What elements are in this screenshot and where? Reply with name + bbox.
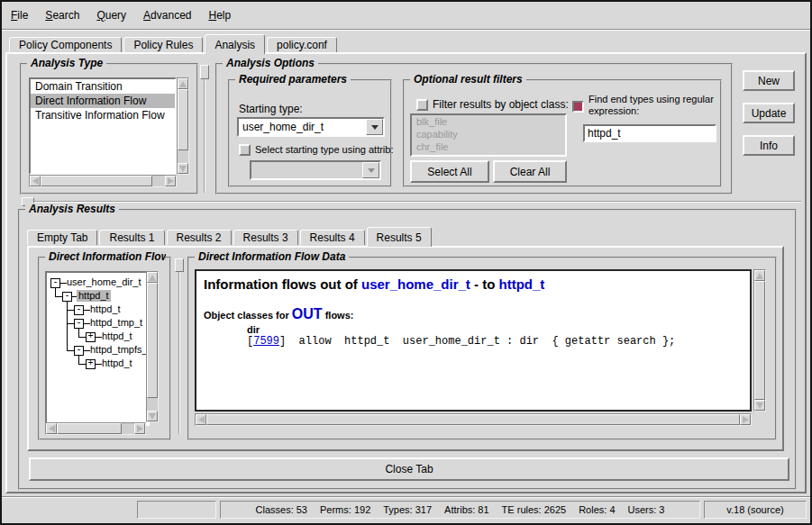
tree-expander-icon[interactable]: + xyxy=(86,332,96,342)
scroll-right-icon[interactable] xyxy=(134,423,145,434)
starting-type-combobox[interactable]: user_home_dir_t xyxy=(237,117,385,137)
regex-input[interactable] xyxy=(583,124,716,142)
tab-results-5[interactable]: Results 5 xyxy=(367,227,432,247)
object-class-text: dir xyxy=(247,324,743,335)
scrollbar-thumb[interactable] xyxy=(57,423,122,434)
scroll-up-icon[interactable] xyxy=(178,78,188,89)
tab-policy-rules[interactable]: Policy Rules xyxy=(123,37,203,52)
status-bar: Classes: 53 Perms: 192 Types: 317 Attrib… xyxy=(2,496,810,521)
tree-expander-icon[interactable]: + xyxy=(86,359,96,369)
attrib-checkbox[interactable] xyxy=(239,144,251,156)
analysis-type-vscrollbar[interactable] xyxy=(177,77,189,175)
object-class-listbox: blk_file capability chr_file xyxy=(410,113,567,157)
update-button[interactable]: Update xyxy=(743,103,795,123)
source-type-text: user_home_dir_t xyxy=(361,276,470,292)
analysis-main-panel: Analysis Type Domain Transition Direct I… xyxy=(5,52,807,493)
tab-results-4[interactable]: Results 4 xyxy=(300,230,365,245)
attrib-combobox xyxy=(250,160,381,180)
tree-expander-icon[interactable]: - xyxy=(62,292,72,302)
flow-tree-hscrollbar[interactable] xyxy=(45,422,146,435)
scrollbar-thumb[interactable] xyxy=(147,283,158,398)
menu-bar: File Search Query Advanced Help xyxy=(2,2,810,29)
flow-tree-title: Direct Information Flow Tree xyxy=(45,250,166,263)
results-content-panel: Direct Information Flow Tree xyxy=(27,246,784,451)
scroll-down-icon[interactable] xyxy=(178,163,188,174)
analysis-results-group: Analysis Results Empty Tab Results 1 Res… xyxy=(18,209,797,490)
flow-data-textarea[interactable]: Information flows out of user_home_dir_t… xyxy=(195,269,752,412)
scroll-left-icon[interactable] xyxy=(30,176,41,186)
tree-data-sash[interactable] xyxy=(175,258,184,272)
scrollbar-thumb[interactable] xyxy=(754,281,765,400)
scroll-left-icon[interactable] xyxy=(46,423,57,434)
tab-results-3[interactable]: Results 3 xyxy=(233,230,298,245)
status-version-panel: v.18 (source) xyxy=(704,501,807,519)
tab-empty[interactable]: Empty Tab xyxy=(27,230,97,245)
select-all-button[interactable]: Select All xyxy=(410,160,489,183)
list-item-capability: capability xyxy=(412,128,565,140)
scroll-up-icon[interactable] xyxy=(754,270,765,281)
menu-advanced[interactable]: Advanced xyxy=(143,9,191,22)
stat-classes: Classes: 53 xyxy=(256,504,307,515)
tree-expander-icon[interactable]: - xyxy=(74,346,84,356)
list-item-direct-information-flow[interactable]: Direct Information Flow xyxy=(31,94,175,108)
tree-node-label[interactable]: httpd_tmpfs_t xyxy=(88,344,150,356)
menu-help[interactable]: Help xyxy=(208,9,231,22)
tree-expander-icon[interactable]: - xyxy=(50,278,60,288)
flow-heading: Information flows out of user_home_dir_t… xyxy=(204,276,743,294)
menu-separator xyxy=(2,29,810,31)
stat-attribs: Attribs: 81 xyxy=(444,504,489,515)
tab-results-2[interactable]: Results 2 xyxy=(167,230,232,245)
menu-query[interactable]: Query xyxy=(96,9,126,22)
flow-subheading: Object classes for OUT flows: xyxy=(204,306,743,322)
tree-expander-icon[interactable]: - xyxy=(74,305,84,315)
rule-number-link[interactable]: 7599 xyxy=(253,335,279,348)
optional-result-filters-group: Optional result filters Filter results b… xyxy=(403,79,722,187)
scroll-right-icon[interactable] xyxy=(740,414,751,425)
flow-tree-vscrollbar[interactable] xyxy=(146,271,159,422)
scrollbar-thumb[interactable] xyxy=(206,414,740,425)
scroll-down-icon[interactable] xyxy=(147,411,158,421)
tab-results-1[interactable]: Results 1 xyxy=(99,230,164,245)
flow-direction-text: OUT xyxy=(292,306,323,321)
version-text: v.18 (source) xyxy=(726,504,783,515)
tab-analysis[interactable]: Analysis xyxy=(205,34,265,54)
tree-node-label[interactable]: user_home_dir_t xyxy=(65,276,143,288)
stat-perms: Perms: 192 xyxy=(320,504,370,515)
tree-node-label[interactable]: httpd_t xyxy=(100,330,134,342)
scrollbar-thumb[interactable] xyxy=(41,176,152,186)
tab-policy-components[interactable]: Policy Components xyxy=(9,37,122,52)
tree-node-label[interactable]: httpd_tmp_t xyxy=(88,317,144,329)
scroll-right-icon[interactable] xyxy=(165,176,176,186)
required-parameters-group: Required parameters Starting type: user_… xyxy=(228,79,392,187)
flow-data-vscrollbar[interactable] xyxy=(753,269,766,412)
starting-type-label: Starting type: xyxy=(239,103,303,115)
info-button[interactable]: Info xyxy=(743,135,795,156)
tree-node-label[interactable]: httpd_t xyxy=(88,303,123,315)
scrollbar-thumb[interactable] xyxy=(178,89,188,150)
status-left-panel xyxy=(137,501,216,519)
menu-file[interactable]: File xyxy=(11,9,28,22)
menu-search[interactable]: Search xyxy=(45,9,79,22)
list-item-transitive-information-flow[interactable]: Transitive Information Flow xyxy=(31,108,175,122)
starting-type-value[interactable]: user_home_dir_t xyxy=(239,119,366,135)
list-item-domain-transition[interactable]: Domain Transition xyxy=(31,79,175,94)
tab-policy-conf[interactable]: policy.conf xyxy=(267,37,337,52)
new-button[interactable]: New xyxy=(743,70,795,91)
results-tab-bar: Empty Tab Results 1 Results 2 Results 3 … xyxy=(27,227,433,245)
scroll-up-icon[interactable] xyxy=(147,272,158,283)
tree-node-label-selected[interactable]: httpd_t xyxy=(77,290,111,302)
close-tab-button[interactable]: Close Tab xyxy=(29,457,789,481)
scroll-down-icon[interactable] xyxy=(754,400,765,411)
dropdown-arrow-icon[interactable] xyxy=(366,119,383,135)
filter-by-object-class-checkbox[interactable] xyxy=(416,99,428,111)
tree-node-label[interactable]: httpd_t xyxy=(100,358,134,369)
target-type-text: httpd_t xyxy=(499,276,545,292)
tree-expander-icon[interactable]: - xyxy=(74,319,84,329)
scroll-left-icon[interactable] xyxy=(196,414,206,425)
flow-data-hscrollbar[interactable] xyxy=(195,413,752,426)
regex-checkbox[interactable] xyxy=(572,101,584,113)
clear-all-button[interactable]: Clear All xyxy=(493,160,567,183)
options-pane-sash[interactable] xyxy=(200,65,209,79)
analysis-type-hscrollbar[interactable] xyxy=(29,175,177,187)
stat-te-rules: TE rules: 2625 xyxy=(502,504,567,515)
